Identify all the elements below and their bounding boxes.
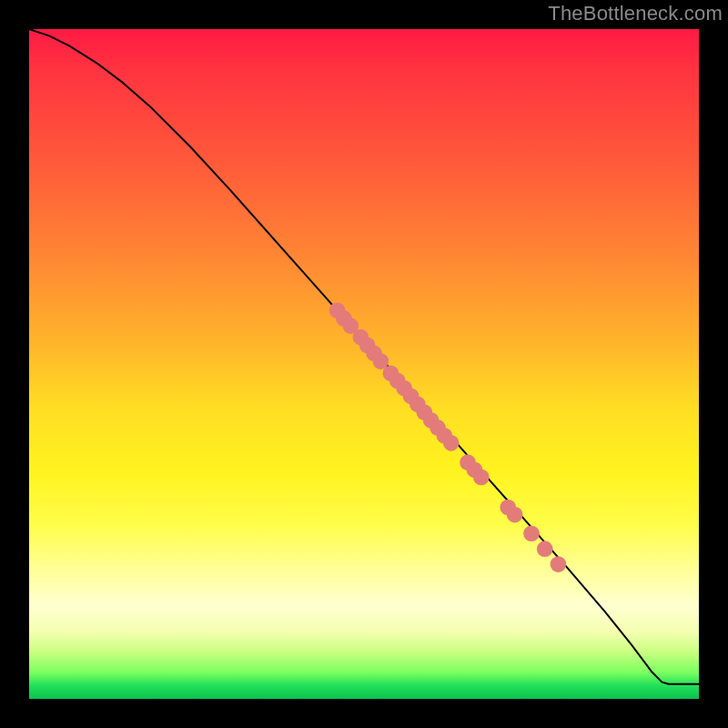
watermark-text: TheBottleneck.com xyxy=(548,2,723,25)
curve-marker xyxy=(537,541,553,557)
curve-marker xyxy=(473,470,490,486)
curve-markers xyxy=(329,302,567,572)
plot-area xyxy=(29,29,699,699)
chart-svg xyxy=(29,29,699,699)
curve-marker xyxy=(551,556,567,572)
curve-marker xyxy=(443,435,460,451)
curve-marker xyxy=(523,525,540,541)
curve-marker xyxy=(507,507,523,523)
bottleneck-curve xyxy=(29,29,699,684)
chart-stage: TheBottleneck.com xyxy=(0,0,728,728)
